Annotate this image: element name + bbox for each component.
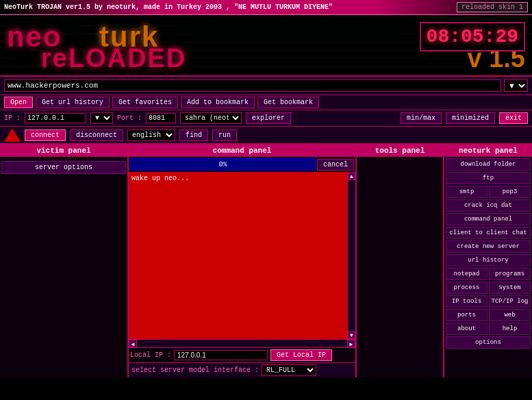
neoturk-btn-about[interactable]: about xyxy=(446,323,487,335)
neoturk-row: ftp xyxy=(446,172,531,184)
neoturk-btn-options[interactable]: options xyxy=(446,336,531,349)
select-model-label: select server model interface : xyxy=(131,366,259,374)
neoturk-btn-client-to-client-chat[interactable]: client to client chat xyxy=(446,227,531,239)
scroll-track xyxy=(348,180,355,331)
url-dropdown[interactable]: ▼ xyxy=(504,79,528,92)
nav-buttons: Open Get url history Get favorites Add t… xyxy=(0,95,532,110)
neoturk-btn-ip-tools[interactable]: IP tools xyxy=(446,295,487,308)
user-select[interactable]: sahra (neotur xyxy=(180,112,242,124)
neoturk-btn-command-panel[interactable]: command panel xyxy=(446,213,531,225)
neoturk-btn-tcp/ip-log[interactable]: TCP/IP log xyxy=(489,295,531,308)
scroll-track-h xyxy=(137,340,347,347)
neoturk-row: options xyxy=(446,336,531,349)
main-layout: victim panel server options command pane… xyxy=(0,145,532,377)
alert-triangle[interactable] xyxy=(4,128,21,142)
ip-label: IP : xyxy=(4,114,21,122)
clock-display: 08:05:29 xyxy=(420,22,525,51)
neoturk-btn-programs[interactable]: programs xyxy=(489,268,531,280)
run-button[interactable]: run xyxy=(212,129,237,141)
victim-panel-header: victim panel xyxy=(0,145,127,157)
command-panel-header: command panel xyxy=(129,145,355,157)
neoturk-btn-help[interactable]: help xyxy=(489,323,531,335)
progress-row: 0% cancel xyxy=(129,157,355,172)
ip-dropdown[interactable]: ▼ xyxy=(90,112,113,124)
neoturk-row: create new server xyxy=(446,240,531,253)
model-select[interactable]: RL_FULL xyxy=(262,364,316,376)
output-text: wake up neo... xyxy=(131,175,189,182)
tools-panel: tools panel xyxy=(357,145,444,377)
scroll-left-arrow[interactable]: ◀ xyxy=(129,340,137,347)
title-bar: NeoTurk TROJAN ver1.5 by neoturk, made i… xyxy=(0,0,532,15)
get-local-ip-button[interactable]: Get Local IP xyxy=(270,349,332,361)
neoturk-row: download folder xyxy=(446,158,531,171)
neoturk-btn-create-new-server[interactable]: create new server xyxy=(446,240,531,253)
title-text: NeoTurk TROJAN ver1.5 by neoturk, made i… xyxy=(4,3,333,11)
view-button[interactable]: explorer xyxy=(246,112,291,124)
scrollbar-v[interactable]: ▲ ▼ xyxy=(347,172,355,339)
neoturk-btn-system[interactable]: system xyxy=(489,282,531,294)
get-favorites-button[interactable]: Get favorites xyxy=(112,97,178,108)
connect-row: connect disconnect english find run xyxy=(0,127,532,145)
lang-select[interactable]: english xyxy=(127,129,175,141)
neoturk-grid: download folderftpsmtppop3crack icq datc… xyxy=(444,157,532,350)
scrollbar-h[interactable]: ◀ ▶ xyxy=(129,339,355,347)
find-button[interactable]: find xyxy=(179,129,208,141)
neoturk-row: client to client chat xyxy=(446,227,531,239)
cmd-bottom-row: Local IP : Get Local IP xyxy=(129,347,355,362)
neoturk-btn-download-folder[interactable]: download folder xyxy=(446,158,531,171)
neoturk-btn-ftp[interactable]: ftp xyxy=(446,172,531,184)
neoturk-row: crack icq dat xyxy=(446,199,531,212)
neoturk-row: url history xyxy=(446,254,531,266)
output-area: wake up neo... xyxy=(129,172,347,339)
port-label: Port : xyxy=(117,114,142,122)
right-panels: tools panel neoturk panel download folde… xyxy=(357,145,532,377)
neoturk-row: abouthelp xyxy=(446,323,531,335)
port-input[interactable] xyxy=(146,113,176,123)
neoturk-btn-smtp[interactable]: smtp xyxy=(446,186,487,198)
add-to-bookmark-button[interactable]: Add to bookmark xyxy=(181,97,255,108)
scroll-down-arrow[interactable]: ▼ xyxy=(348,331,355,339)
neoturk-row: portsweb xyxy=(446,309,531,321)
ip-input[interactable] xyxy=(25,113,86,123)
neoturk-btn-crack-icq-dat[interactable]: crack icq dat xyxy=(446,199,531,212)
logo-reload: reLOADED xyxy=(41,44,186,73)
scroll-up-arrow[interactable]: ▲ xyxy=(348,172,355,180)
neoturk-row: command panel xyxy=(446,213,531,225)
neoturk-row: smtppop3 xyxy=(446,186,531,198)
get-url-history-button[interactable]: Get url history xyxy=(36,97,110,108)
skin-label: reloaded skin 1 xyxy=(457,2,528,12)
minmax-button[interactable]: min/max xyxy=(401,112,442,124)
server-options-button[interactable]: server options xyxy=(1,161,126,174)
get-bookmark-button[interactable]: Get bookmark xyxy=(257,97,319,108)
output-wrapper: wake up neo... ▲ ▼ xyxy=(129,172,355,339)
cancel-button[interactable]: cancel xyxy=(317,159,354,171)
tools-panel-header: tools panel xyxy=(357,145,443,157)
local-ip-label: Local IP : xyxy=(130,351,171,359)
connect-button[interactable]: connect xyxy=(25,129,66,141)
disconnect-button[interactable]: disconnect xyxy=(70,129,123,141)
neoturk-row: notepadprograms xyxy=(446,268,531,280)
open-button[interactable]: Open xyxy=(4,97,33,108)
tools-grid xyxy=(357,157,443,160)
neoturk-panel-header: neoturk panel xyxy=(444,145,532,157)
neoturk-btn-web[interactable]: web xyxy=(489,309,531,321)
neoturk-btn-url-history[interactable]: url history xyxy=(446,254,531,266)
command-panel: command panel 0% cancel wake up neo... ▲… xyxy=(129,145,357,377)
url-bar: ▼ xyxy=(0,77,532,95)
local-ip-input[interactable] xyxy=(174,350,268,360)
scroll-right-arrow[interactable]: ▶ xyxy=(347,340,355,347)
progress-bar-container: 0% xyxy=(130,158,316,171)
neoturk-btn-ports[interactable]: ports xyxy=(446,309,487,321)
exit-button[interactable]: exit xyxy=(499,112,528,124)
select-model-row: select server model interface : RL_FULL xyxy=(129,362,355,377)
victim-panel: victim panel server options xyxy=(0,145,129,377)
minimized-button[interactable]: minimized xyxy=(446,112,495,124)
neoturk-row: processsystem xyxy=(446,282,531,294)
neoturk-btn-pop3[interactable]: pop3 xyxy=(489,186,531,198)
logo-area: neo turk reLOADED v 1.5 08:05:29 xyxy=(0,15,532,77)
neoturk-btn-process[interactable]: process xyxy=(446,282,487,294)
neoturk-row: IP toolsTCP/IP log xyxy=(446,295,531,308)
url-input[interactable] xyxy=(4,79,501,92)
progress-text: 0% xyxy=(218,161,227,168)
neoturk-btn-notepad[interactable]: notepad xyxy=(446,268,487,280)
